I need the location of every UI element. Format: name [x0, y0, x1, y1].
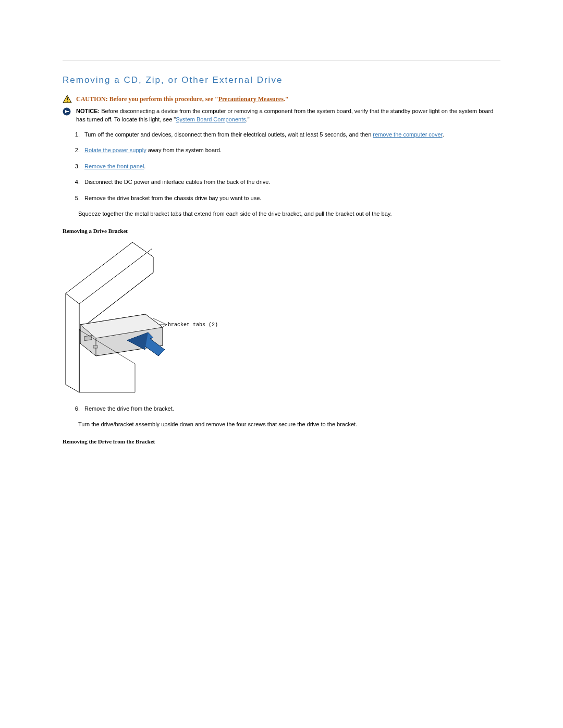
svg-rect-16 [84, 336, 92, 341]
step-3-after: . [144, 163, 145, 169]
figure-1: bracket tabs (2) [65, 241, 216, 395]
step-list-6: Remove the drive from the bracket. [63, 404, 500, 413]
notice-label: NOTICE: [76, 108, 101, 114]
divider [63, 60, 500, 60]
caution-triangle-icon [63, 95, 72, 104]
alert-block: CAUTION: Before you perform this procedu… [63, 95, 500, 124]
notice-before: Before disconnecting a device from the c… [76, 108, 493, 122]
svg-line-6 [66, 293, 79, 304]
notice-after: ." [246, 116, 250, 122]
svg-line-8 [79, 249, 152, 304]
figure-2-caption: Removing the Drive from the Bracket [63, 438, 500, 445]
section-heading: Removing a CD, Zip, or Other External Dr… [63, 75, 500, 85]
svg-rect-4 [67, 111, 69, 112]
step-6: Remove the drive from the bracket. [81, 404, 500, 413]
step-1-after: . [443, 131, 444, 138]
step-4: Disconnect the DC power and interface ca… [81, 178, 500, 187]
link-precautionary-measures[interactable]: Precautionary Measures [218, 95, 284, 103]
link-remove-front-panel[interactable]: Remove the front panel [84, 163, 144, 169]
caution-row: CAUTION: Before you perform this procedu… [63, 95, 500, 104]
notice-arrow-icon [63, 107, 72, 117]
caution-prefix: CAUTION: Before you perform this procedu… [76, 95, 218, 103]
step-2: Rotate the power supply away from the sy… [81, 146, 500, 155]
link-remove-computer-cover[interactable]: remove the computer cover [373, 131, 442, 138]
step-5-para: Squeeze together the metal bracket tabs … [78, 209, 500, 218]
notice-text: NOTICE: Before disconnecting a device fr… [76, 107, 500, 124]
step-list-1-5: Turn off the computer and devices, disco… [63, 130, 500, 203]
step-1-before: Turn off the computer and devices, disco… [84, 131, 373, 138]
svg-rect-1 [67, 97, 68, 100]
caution-suffix: ." [284, 95, 289, 103]
notice-row: NOTICE: Before disconnecting a device fr… [63, 107, 500, 124]
step-5: Remove the drive bracket from the chassi… [81, 194, 500, 203]
content-area: Removing a CD, Zip, or Other External Dr… [63, 75, 500, 445]
link-system-board-components[interactable]: System Board Components [176, 116, 246, 122]
svg-rect-17 [93, 346, 97, 348]
caution-text: CAUTION: Before you perform this procedu… [76, 95, 500, 104]
step-6-para: Turn the drive/bracket assembly upside d… [78, 420, 500, 429]
link-rotate-power-supply[interactable]: Rotate the power supply [84, 147, 146, 153]
step-3: Remove the front panel. [81, 162, 500, 171]
figure-1-caption: Removing a Drive Bracket [63, 228, 500, 234]
figure-1-label: bracket tabs (2) [168, 322, 218, 328]
svg-rect-2 [67, 101, 68, 102]
step-1: Turn off the computer and devices, disco… [81, 130, 500, 139]
step-2-after: away from the system board. [146, 147, 222, 153]
